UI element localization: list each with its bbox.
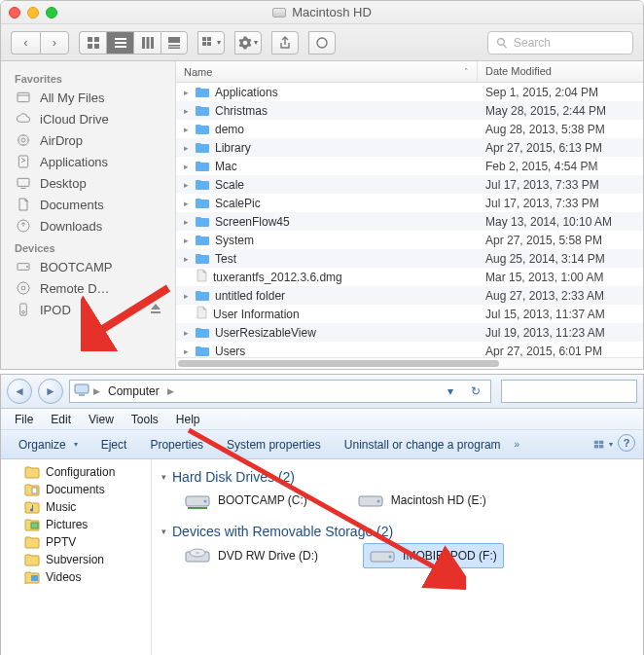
file-row[interactable]: tuxerantfs_2012.3.6.dmg Mar 15, 2013, 1:…	[176, 268, 643, 286]
menu-tools[interactable]: Tools	[124, 411, 166, 428]
sidebar-item-downloads[interactable]: Downloads	[1, 215, 175, 237]
help-button[interactable]: ?	[618, 434, 635, 452]
view-options-button[interactable]	[592, 434, 614, 455]
disclosure-triangle[interactable]: ▸	[182, 162, 190, 171]
disclosure-triangle[interactable]: ▸	[182, 291, 190, 301]
forward-button[interactable]: ►	[38, 379, 63, 404]
file-row[interactable]: User Information Jul 15, 2013, 11:37 AM	[176, 305, 643, 323]
eject-button[interactable]: Eject	[91, 435, 137, 455]
tree-node-pptv[interactable]: PPTV	[1, 533, 151, 551]
column-name[interactable]: Name ˄	[176, 61, 478, 82]
disclosure-triangle[interactable]: ▸	[182, 199, 190, 208]
organize-button[interactable]: Organize	[9, 435, 88, 455]
finder-titlebar[interactable]: Macintosh HD	[1, 1, 643, 24]
svg-point-27	[21, 286, 25, 290]
file-row[interactable]: ▸ScreenFlow45 May 13, 2014, 10:10 AM	[176, 212, 643, 231]
disclosure-triangle[interactable]: ▸	[182, 328, 190, 338]
action-button[interactable]: ▾	[234, 31, 262, 55]
share-button[interactable]	[271, 31, 299, 55]
disclosure-triangle[interactable]: ▸	[182, 125, 190, 134]
sidebar-item-desktop[interactable]: Desktop	[1, 172, 175, 194]
file-row[interactable]: ▸Christmas May 28, 2015, 2:44 PM	[176, 101, 643, 120]
sidebar-device-ipod[interactable]: IPOD	[1, 299, 175, 320]
eject-icon[interactable]	[150, 303, 161, 317]
breadcrumb-sep[interactable]: ▶	[167, 386, 174, 396]
file-row[interactable]: ▸Library Apr 27, 2015, 6:13 PM	[176, 138, 643, 157]
scrollbar-thumb[interactable]	[178, 360, 499, 367]
drive-IMOBIE IPOD (F:)[interactable]: IMOBIE IPOD (F:)	[363, 543, 504, 568]
back-button[interactable]: ◄	[7, 379, 32, 404]
list-view-button[interactable]	[106, 31, 133, 55]
menu-file[interactable]: File	[7, 411, 41, 428]
menu-view[interactable]: View	[81, 411, 122, 428]
horizontal-scrollbar[interactable]	[176, 357, 643, 369]
disclosure-triangle[interactable]: ▸	[182, 88, 190, 97]
sidebar-device-remote d…[interactable]: Remote D…	[1, 277, 175, 299]
group-hdd[interactable]: ▾ Hard Disk Drives (2)	[161, 469, 633, 485]
file-row[interactable]: ▸System Apr 27, 2015, 5:58 PM	[176, 231, 643, 249]
disclosure-triangle[interactable]: ▸	[182, 236, 190, 245]
group-removable[interactable]: ▾ Devices with Removable Storage (2)	[161, 524, 633, 539]
back-button[interactable]: ‹	[11, 31, 40, 55]
properties-button[interactable]: Properties	[140, 435, 213, 455]
menu-edit[interactable]: Edit	[43, 411, 79, 428]
column-view-button[interactable]	[133, 31, 161, 55]
drive-icon	[185, 491, 210, 510]
file-row[interactable]: ▸Users Apr 27, 2015, 6:01 PM	[176, 342, 643, 357]
tree-node-subversion[interactable]: Subversion	[1, 551, 151, 568]
disclosure-triangle[interactable]: ▸	[182, 346, 190, 356]
system-properties-button[interactable]: System properties	[217, 435, 331, 455]
address-bar[interactable]: ▶ Computer ▶ ▾ ↻	[69, 380, 491, 403]
tree-node-videos[interactable]: Videos	[1, 568, 151, 586]
drive-Macintosh HD (E:)[interactable]: Macintosh HD (E:)	[352, 489, 492, 512]
arrange-button[interactable]: ▾	[197, 31, 225, 55]
coverflow-view-button[interactable]	[161, 31, 188, 55]
file-row[interactable]: ▸Test Aug 25, 2014, 3:14 PM	[176, 249, 643, 268]
menu-help[interactable]: Help	[168, 411, 208, 428]
disclosure-triangle[interactable]: ▸	[182, 143, 190, 153]
uninstall-button[interactable]: Uninstall or change a program	[335, 435, 511, 455]
sidebar-item-icloud drive[interactable]: iCloud Drive	[1, 108, 175, 129]
file-row[interactable]: ▸ScalePic Jul 17, 2013, 7:33 PM	[176, 194, 643, 212]
zoom-button[interactable]	[46, 7, 57, 18]
file-row[interactable]: ▸Scale Jul 17, 2013, 7:33 PM	[176, 175, 643, 194]
explorer-search[interactable]	[501, 380, 637, 403]
svg-rect-9	[151, 37, 154, 49]
sidebar-item-airdrop[interactable]: AirDrop	[1, 129, 175, 151]
close-button[interactable]	[9, 7, 20, 18]
disclosure-triangle[interactable]: ▸	[182, 180, 190, 190]
breadcrumb-computer[interactable]: Computer	[104, 384, 163, 398]
file-row[interactable]: ▸untitled folder Aug 27, 2013, 2:33 AM	[176, 286, 643, 305]
tree-node-configuration[interactable]: Configuration	[1, 463, 151, 481]
file-row[interactable]: ▸demo Aug 28, 2013, 5:38 PM	[176, 120, 643, 138]
column-date-modified[interactable]: Date Modified	[478, 61, 643, 82]
minimize-button[interactable]	[27, 7, 39, 18]
collapse-icon[interactable]: ▾	[161, 472, 166, 482]
address-history-button[interactable]: ▾	[440, 381, 461, 402]
drive-BOOTCAMP (C:)[interactable]: BOOTCAMP (C:)	[179, 489, 313, 512]
sidebar-item-all my files[interactable]: All My Files	[1, 87, 175, 108]
file-row[interactable]: ▸Mac Feb 2, 2015, 4:54 PM	[176, 157, 643, 175]
tree-node-music[interactable]: Music	[1, 498, 151, 516]
sidebar-item-applications[interactable]: Applications	[1, 151, 175, 172]
tree-node-pictures[interactable]: Pictures	[1, 516, 151, 533]
file-row[interactable]: ▸UserResizableView Jul 19, 2013, 11:23 A…	[176, 323, 643, 342]
disclosure-triangle[interactable]: ▸	[182, 106, 190, 116]
tags-button[interactable]	[308, 31, 336, 55]
file-name: demo	[215, 123, 244, 136]
drive-DVD RW Drive (D:)[interactable]: DVD RW Drive (D:)	[179, 543, 324, 568]
svg-rect-35	[594, 445, 598, 448]
collapse-icon[interactable]: ▾	[161, 527, 166, 536]
sidebar-item-documents[interactable]: Documents	[1, 194, 175, 215]
search-field[interactable]: Search	[487, 31, 633, 55]
drive-label: Macintosh HD (E:)	[391, 493, 486, 507]
file-row[interactable]: ▸Applications Sep 1, 2015, 2:04 PM	[176, 83, 643, 101]
icon-view-button[interactable]	[79, 31, 106, 55]
breadcrumb-sep[interactable]: ▶	[93, 386, 100, 396]
refresh-button[interactable]: ↻	[465, 381, 486, 402]
sidebar-device-bootcamp[interactable]: BOOTCAMP	[1, 256, 175, 277]
disclosure-triangle[interactable]: ▸	[182, 217, 190, 227]
disclosure-triangle[interactable]: ▸	[182, 254, 190, 264]
tree-node-documents[interactable]: Documents	[1, 481, 151, 498]
forward-button[interactable]: ›	[40, 31, 69, 55]
